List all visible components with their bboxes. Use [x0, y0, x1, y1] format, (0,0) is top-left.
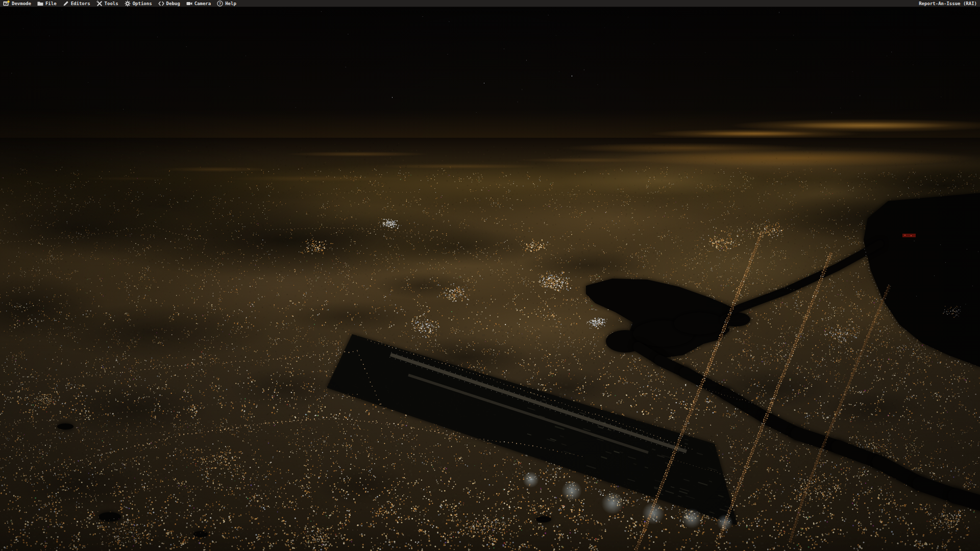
night-city-viewport[interactable]	[0, 7, 980, 551]
gear-icon	[125, 1, 131, 7]
code-brackets-icon	[158, 1, 164, 7]
menu-report-an-issue[interactable]: Report-An-Issue (RAI)	[916, 0, 980, 7]
menu-editors[interactable]: Editors	[60, 0, 93, 7]
folder-icon	[37, 1, 43, 7]
menu-tools[interactable]: Tools	[93, 0, 121, 7]
menu-camera-label: Camera	[194, 1, 211, 6]
menu-debug[interactable]: Debug	[155, 0, 183, 7]
pencil-icon	[63, 1, 69, 7]
menu-debug-label: Debug	[166, 1, 180, 6]
svg-text:?: ?	[219, 1, 222, 6]
menu-editors-label: Editors	[71, 1, 90, 6]
wrench-icon	[96, 1, 103, 7]
menu-devmode[interactable]: Devmode	[0, 0, 34, 7]
menu-help-label: Help	[225, 1, 236, 6]
menu-file[interactable]: File	[34, 0, 60, 7]
menu-camera[interactable]: Camera	[183, 0, 214, 7]
menu-options[interactable]: Options	[121, 0, 155, 7]
menu-file-label: File	[45, 1, 57, 6]
menu-help[interactable]: ? Help	[214, 0, 239, 7]
menu-report-an-issue-label: Report-An-Issue (RAI)	[919, 1, 977, 6]
menu-tools-label: Tools	[105, 1, 118, 6]
menu-options-label: Options	[133, 1, 152, 6]
camera-icon	[186, 1, 192, 7]
help-circle-icon: ?	[217, 1, 223, 7]
devmode-menubar: Devmode File Editors Tools Options	[0, 0, 980, 7]
devmode-window-icon	[3, 1, 10, 7]
menu-devmode-label: Devmode	[12, 1, 31, 6]
